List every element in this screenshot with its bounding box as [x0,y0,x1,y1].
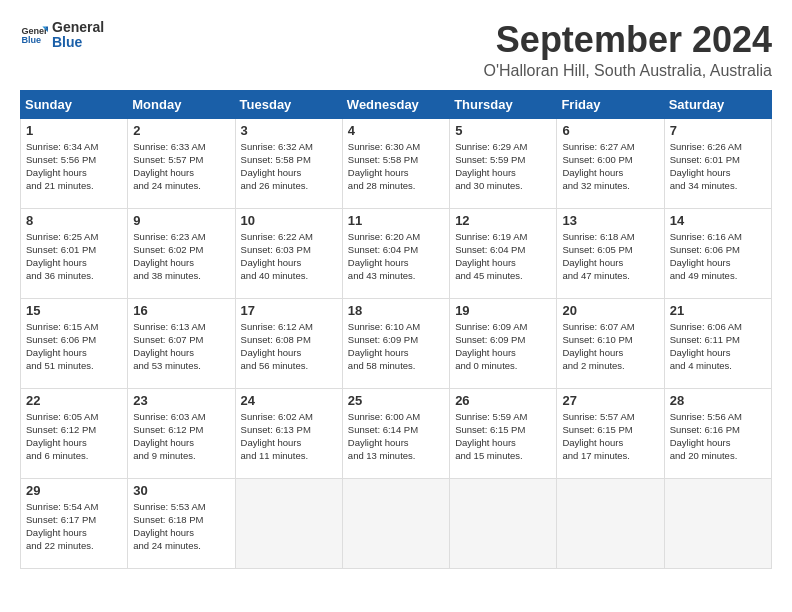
day-number: 25 [348,393,444,408]
daylight-minutes: and 2 minutes. [562,360,624,371]
daylight-label: Daylight hours [133,257,194,268]
daylight-minutes: and 13 minutes. [348,450,416,461]
daylight-minutes: and 47 minutes. [562,270,630,281]
daylight-label: Daylight hours [348,167,409,178]
week-row-1: 1Sunrise: 6:34 AMSunset: 5:56 PMDaylight… [21,118,772,208]
day-cell: 22Sunrise: 6:05 AMSunset: 6:12 PMDayligh… [21,388,128,478]
daylight-label: Daylight hours [241,167,302,178]
day-number: 30 [133,483,229,498]
day-info: Sunrise: 6:22 AMSunset: 6:03 PMDaylight … [241,230,337,283]
title-block: September 2024 O'Halloran Hill, South Au… [483,20,772,80]
day-cell: 15Sunrise: 6:15 AMSunset: 6:06 PMDayligh… [21,298,128,388]
week-row-4: 22Sunrise: 6:05 AMSunset: 6:12 PMDayligh… [21,388,772,478]
daylight-label: Daylight hours [455,167,516,178]
day-number: 10 [241,213,337,228]
day-info: Sunrise: 6:12 AMSunset: 6:08 PMDaylight … [241,320,337,373]
day-info: Sunrise: 6:02 AMSunset: 6:13 PMDaylight … [241,410,337,463]
day-info: Sunrise: 6:29 AMSunset: 5:59 PMDaylight … [455,140,551,193]
day-header-tuesday: Tuesday [235,90,342,118]
day-info: Sunrise: 6:16 AMSunset: 6:06 PMDaylight … [670,230,766,283]
day-cell [235,478,342,568]
daylight-minutes: and 36 minutes. [26,270,94,281]
daylight-label: Daylight hours [348,437,409,448]
day-number: 18 [348,303,444,318]
page-header: General Blue General Blue September 2024… [20,20,772,80]
day-header-monday: Monday [128,90,235,118]
daylight-minutes: and 38 minutes. [133,270,201,281]
day-number: 17 [241,303,337,318]
day-number: 29 [26,483,122,498]
day-number: 8 [26,213,122,228]
day-number: 24 [241,393,337,408]
day-info: Sunrise: 6:34 AMSunset: 5:56 PMDaylight … [26,140,122,193]
day-info: Sunrise: 6:13 AMSunset: 6:07 PMDaylight … [133,320,229,373]
daylight-minutes: and 26 minutes. [241,180,309,191]
daylight-label: Daylight hours [670,347,731,358]
day-info: Sunrise: 6:07 AMSunset: 6:10 PMDaylight … [562,320,658,373]
day-cell [557,478,664,568]
day-cell: 16Sunrise: 6:13 AMSunset: 6:07 PMDayligh… [128,298,235,388]
day-cell: 12Sunrise: 6:19 AMSunset: 6:04 PMDayligh… [450,208,557,298]
day-cell: 17Sunrise: 6:12 AMSunset: 6:08 PMDayligh… [235,298,342,388]
day-cell: 2Sunrise: 6:33 AMSunset: 5:57 PMDaylight… [128,118,235,208]
day-cell: 7Sunrise: 6:26 AMSunset: 6:01 PMDaylight… [664,118,771,208]
day-number: 3 [241,123,337,138]
day-cell: 20Sunrise: 6:07 AMSunset: 6:10 PMDayligh… [557,298,664,388]
day-info: Sunrise: 6:26 AMSunset: 6:01 PMDaylight … [670,140,766,193]
day-number: 15 [26,303,122,318]
daylight-minutes: and 6 minutes. [26,450,88,461]
day-cell: 29Sunrise: 5:54 AMSunset: 6:17 PMDayligh… [21,478,128,568]
daylight-minutes: and 9 minutes. [133,450,195,461]
day-number: 11 [348,213,444,228]
day-number: 7 [670,123,766,138]
day-number: 19 [455,303,551,318]
day-info: Sunrise: 5:59 AMSunset: 6:15 PMDaylight … [455,410,551,463]
day-cell: 24Sunrise: 6:02 AMSunset: 6:13 PMDayligh… [235,388,342,478]
day-info: Sunrise: 6:20 AMSunset: 6:04 PMDaylight … [348,230,444,283]
day-number: 21 [670,303,766,318]
day-info: Sunrise: 6:25 AMSunset: 6:01 PMDaylight … [26,230,122,283]
day-number: 4 [348,123,444,138]
daylight-minutes: and 28 minutes. [348,180,416,191]
daylight-label: Daylight hours [241,347,302,358]
daylight-minutes: and 45 minutes. [455,270,523,281]
day-cell: 25Sunrise: 6:00 AMSunset: 6:14 PMDayligh… [342,388,449,478]
daylight-label: Daylight hours [670,167,731,178]
svg-text:Blue: Blue [21,36,41,46]
day-number: 9 [133,213,229,228]
day-cell: 13Sunrise: 6:18 AMSunset: 6:05 PMDayligh… [557,208,664,298]
daylight-label: Daylight hours [670,437,731,448]
week-row-3: 15Sunrise: 6:15 AMSunset: 6:06 PMDayligh… [21,298,772,388]
daylight-label: Daylight hours [133,167,194,178]
location: O'Halloran Hill, South Australia, Austra… [483,62,772,80]
logo: General Blue General Blue [20,20,104,51]
daylight-label: Daylight hours [348,347,409,358]
day-cell: 10Sunrise: 6:22 AMSunset: 6:03 PMDayligh… [235,208,342,298]
day-cell: 6Sunrise: 6:27 AMSunset: 6:00 PMDaylight… [557,118,664,208]
logo-line2: Blue [52,35,104,50]
day-cell: 9Sunrise: 6:23 AMSunset: 6:02 PMDaylight… [128,208,235,298]
day-number: 28 [670,393,766,408]
day-cell [342,478,449,568]
day-cell: 1Sunrise: 6:34 AMSunset: 5:56 PMDaylight… [21,118,128,208]
day-number: 5 [455,123,551,138]
daylight-label: Daylight hours [133,437,194,448]
daylight-label: Daylight hours [26,257,87,268]
daylight-minutes: and 51 minutes. [26,360,94,371]
day-number: 2 [133,123,229,138]
daylight-minutes: and 40 minutes. [241,270,309,281]
day-cell: 4Sunrise: 6:30 AMSunset: 5:58 PMDaylight… [342,118,449,208]
day-cell: 27Sunrise: 5:57 AMSunset: 6:15 PMDayligh… [557,388,664,478]
daylight-label: Daylight hours [562,257,623,268]
day-info: Sunrise: 6:05 AMSunset: 6:12 PMDaylight … [26,410,122,463]
daylight-label: Daylight hours [26,347,87,358]
day-info: Sunrise: 6:33 AMSunset: 5:57 PMDaylight … [133,140,229,193]
day-number: 12 [455,213,551,228]
daylight-minutes: and 49 minutes. [670,270,738,281]
day-info: Sunrise: 5:57 AMSunset: 6:15 PMDaylight … [562,410,658,463]
daylight-label: Daylight hours [348,257,409,268]
daylight-minutes: and 20 minutes. [670,450,738,461]
day-info: Sunrise: 6:09 AMSunset: 6:09 PMDaylight … [455,320,551,373]
logo-line1: General [52,20,104,35]
day-cell [664,478,771,568]
